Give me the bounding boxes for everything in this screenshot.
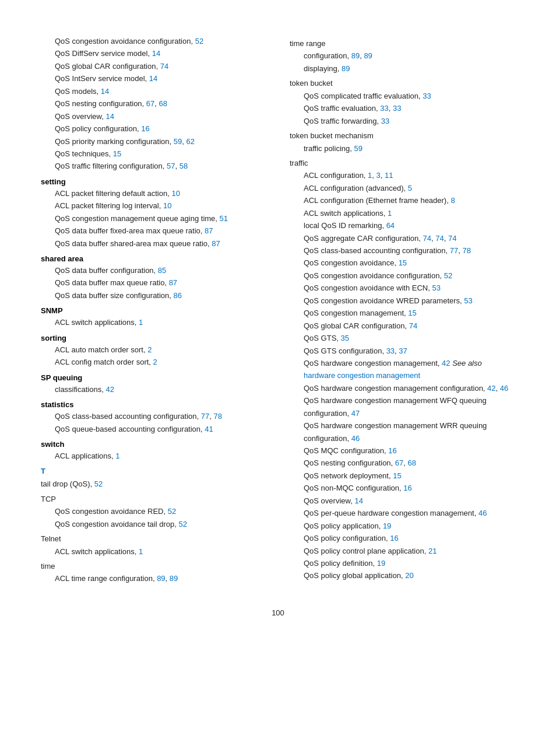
link-ref[interactable]: 59 bbox=[174, 137, 182, 146]
link-ref[interactable]: 64 bbox=[386, 221, 395, 230]
link-ref[interactable]: 37 bbox=[399, 346, 407, 355]
link-ref[interactable]: 74 bbox=[409, 321, 417, 330]
link-ref[interactable]: 67 bbox=[395, 459, 403, 467]
index-entry: statistics bbox=[41, 400, 266, 409]
link-ref[interactable]: 77 bbox=[450, 246, 458, 255]
link-ref[interactable]: 62 bbox=[186, 137, 194, 146]
entry-text: QoS data buffer size configuration, bbox=[55, 291, 171, 300]
link-ref[interactable]: 14 bbox=[149, 74, 157, 83]
link-ref[interactable]: 77 bbox=[201, 412, 209, 421]
link-ref[interactable]: 41 bbox=[205, 425, 213, 433]
link-ref[interactable]: 52 bbox=[195, 37, 203, 46]
link-ref[interactable]: 87 bbox=[212, 239, 220, 248]
link-ref[interactable]: 3 bbox=[376, 171, 381, 180]
link-ref[interactable]: 89 bbox=[157, 574, 165, 583]
link-ref[interactable]: 15 bbox=[399, 258, 407, 267]
link-ref[interactable]: 16 bbox=[388, 446, 396, 455]
link-ref[interactable]: 59 bbox=[354, 144, 362, 153]
link-ref[interactable]: 52 bbox=[168, 507, 176, 516]
link-ref[interactable]: 57 bbox=[167, 162, 175, 170]
index-entry: ACL packet filtering log interval, 10 bbox=[41, 200, 266, 212]
link-ref[interactable]: 89 bbox=[342, 64, 350, 73]
link-ref[interactable]: 16 bbox=[403, 484, 411, 492]
link-ref[interactable]: 14 bbox=[105, 112, 114, 121]
category-label: statistics bbox=[41, 400, 73, 409]
index-entry: QoS policy configuration, 16 bbox=[41, 123, 266, 135]
link-ref[interactable]: 53 bbox=[432, 284, 440, 292]
link-ref[interactable]: 52 bbox=[94, 480, 103, 488]
link-ref[interactable]: 33 bbox=[380, 104, 388, 113]
link-ref[interactable]: 1 bbox=[139, 547, 143, 556]
entry-text: classifications, bbox=[55, 385, 104, 394]
link-ref[interactable]: 1 bbox=[368, 171, 372, 180]
link-ref[interactable]: 10 bbox=[163, 201, 171, 210]
link-ref[interactable]: 52 bbox=[444, 271, 452, 280]
link-ref[interactable]: 19 bbox=[377, 559, 385, 568]
link-ref[interactable]: 74 bbox=[160, 62, 168, 71]
link-ref[interactable]: 5 bbox=[408, 184, 412, 192]
link-ref[interactable]: 15 bbox=[113, 149, 121, 158]
entry-text: QoS data buffer max queue ratio, bbox=[55, 278, 167, 287]
link-ref[interactable]: 78 bbox=[213, 412, 221, 421]
index-entry: ACL time range configuration, 89, 89 bbox=[41, 572, 266, 584]
link-ref[interactable]: 46 bbox=[351, 434, 360, 443]
link-ref[interactable]: 46 bbox=[500, 384, 508, 393]
link-ref[interactable]: 8 bbox=[451, 196, 455, 205]
link-ref[interactable]: 89 bbox=[351, 51, 360, 60]
link-ref[interactable]: 33 bbox=[381, 117, 389, 125]
link-ref[interactable]: 35 bbox=[341, 334, 349, 342]
link-ref[interactable]: 1 bbox=[115, 452, 119, 460]
link-ref[interactable]: 51 bbox=[220, 214, 228, 223]
index-entry: QoS congestion avoidance with ECN, 53 bbox=[290, 282, 515, 294]
link-ref[interactable]: 15 bbox=[408, 309, 416, 317]
link-ref[interactable]: 85 bbox=[158, 266, 166, 275]
entry-text: ACL applications, bbox=[55, 452, 114, 460]
link-ref[interactable]: 14 bbox=[101, 87, 109, 96]
link-ref[interactable]: 42 bbox=[105, 385, 114, 394]
link-ref[interactable]: 87 bbox=[169, 278, 177, 287]
link-ref[interactable]: 78 bbox=[462, 246, 470, 255]
link-ref[interactable]: 2 bbox=[147, 345, 152, 354]
link-ref[interactable]: 68 bbox=[159, 99, 167, 108]
entry-text: QoS congestion avoidance configuration, bbox=[304, 271, 442, 280]
link-ref[interactable]: 58 bbox=[180, 162, 188, 170]
link-ref[interactable]: 16 bbox=[390, 534, 398, 542]
link-ref[interactable]: 74 bbox=[448, 234, 456, 243]
link-ref[interactable]: 68 bbox=[408, 459, 416, 467]
index-entry: QoS congestion avoidance RED, 52 bbox=[41, 505, 266, 517]
link-ref[interactable]: 74 bbox=[435, 234, 444, 243]
link-ref[interactable]: 15 bbox=[393, 471, 401, 480]
link-ref[interactable]: 52 bbox=[178, 520, 186, 528]
link-ref[interactable]: 33 bbox=[386, 346, 395, 355]
link-ref[interactable]: 47 bbox=[351, 409, 360, 418]
link-ref[interactable]: 14 bbox=[354, 496, 363, 505]
link-ref[interactable]: 16 bbox=[141, 124, 149, 133]
link-ref[interactable]: 67 bbox=[146, 99, 154, 108]
link-ref[interactable]: 33 bbox=[393, 104, 401, 113]
link-ref[interactable]: 2 bbox=[153, 358, 157, 366]
link-ref[interactable]: 86 bbox=[174, 291, 182, 300]
link-ref[interactable]: 21 bbox=[428, 547, 437, 555]
link-ref[interactable]: 33 bbox=[423, 92, 431, 100]
page-footer: 100 bbox=[41, 608, 515, 617]
link-ref[interactable]: 19 bbox=[383, 522, 391, 530]
link-ref[interactable]: 42 bbox=[442, 359, 450, 368]
link-ref[interactable]: 20 bbox=[405, 571, 413, 580]
link-ref[interactable]: 46 bbox=[478, 509, 487, 517]
link-ref[interactable]: 42 bbox=[487, 384, 495, 393]
see-also-link[interactable]: hardware congestion management bbox=[304, 371, 420, 380]
link-ref[interactable]: 1 bbox=[139, 318, 143, 327]
link-ref[interactable]: 53 bbox=[464, 296, 472, 305]
link-ref[interactable]: 89 bbox=[170, 574, 178, 583]
link-ref[interactable]: 74 bbox=[423, 234, 431, 243]
link-ref[interactable]: 87 bbox=[205, 226, 213, 235]
link-ref[interactable]: 10 bbox=[171, 189, 180, 198]
link-ref[interactable]: 1 bbox=[388, 209, 392, 218]
index-entry: ACL configuration, 1, 3, 11 bbox=[290, 169, 515, 181]
entry-text: displaying, bbox=[304, 64, 339, 73]
link-ref[interactable]: 11 bbox=[385, 171, 393, 180]
index-entry: QoS traffic forwarding, 33 bbox=[290, 115, 515, 127]
link-ref[interactable]: 14 bbox=[152, 49, 160, 58]
link-ref[interactable]: 89 bbox=[364, 51, 372, 60]
index-entry: QoS overview, 14 bbox=[290, 495, 515, 507]
